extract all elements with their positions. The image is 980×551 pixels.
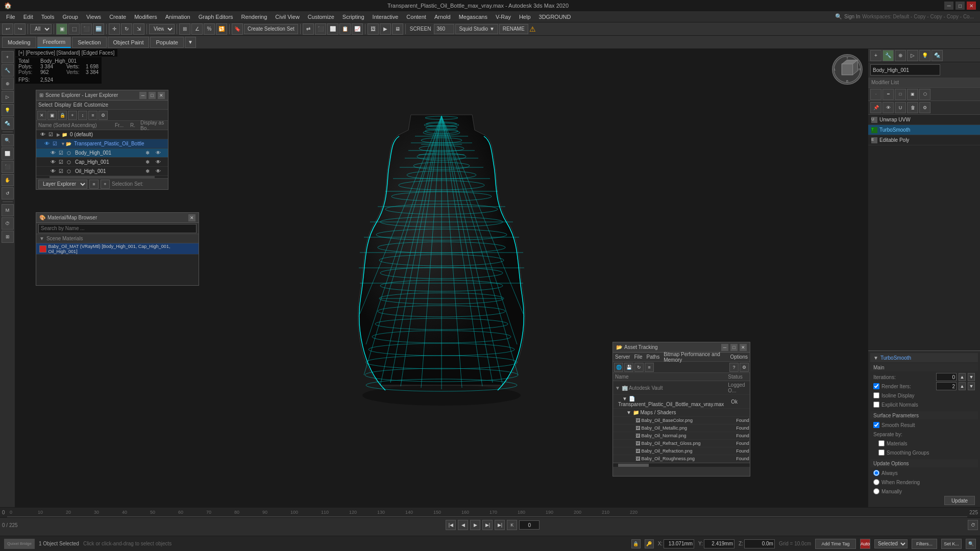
tree-row-default[interactable]: 👁 ☑ ▶ 📁 0 (default) (36, 130, 168, 139)
asset-row-maps[interactable]: ▼ 📁 Maps / Shaders (613, 409, 750, 417)
at-local-btn[interactable]: 💾 (624, 363, 633, 372)
zoom-button[interactable]: 🔍 (2, 134, 14, 146)
timeline-track[interactable]: 0 0 10 20 30 40 50 60 70 80 90 100 110 1… (0, 508, 980, 518)
next-frame-button[interactable]: ▶| (482, 520, 493, 530)
mat-item-baby-oil[interactable]: Baby_Oil_MAT (VRayMtl) [Body_High_001, C… (36, 243, 199, 255)
menu-help[interactable]: Help (515, 13, 535, 21)
at-menu-bitmap[interactable]: Bitmap Performance and Memory (664, 352, 726, 363)
x-input[interactable] (664, 539, 694, 548)
motion-panel-btn[interactable]: ▷ (907, 50, 918, 61)
tab-more-button[interactable]: ▼ (185, 37, 196, 48)
se-select-btn[interactable]: ▣ (47, 111, 57, 120)
tree-row-oil[interactable]: 👁 ☑ ⬡ Oil_High_001 ❄ 👁 (36, 167, 168, 176)
se-options-btn[interactable]: ⚙ (99, 111, 108, 120)
expand-default[interactable]: ▶ (57, 132, 62, 137)
se-close-btn[interactable]: ✕ (37, 111, 46, 120)
asset-row-normal[interactable]: 🖼 Baby_Oil_Normal.png Found (613, 432, 750, 440)
render-frame-button[interactable]: 🖥 (392, 23, 403, 35)
sub-border-btn[interactable]: □ (895, 89, 906, 100)
se-menu-select[interactable]: Select (38, 102, 53, 108)
scene-explorer-maximize[interactable]: □ (149, 92, 156, 99)
auto-key-button[interactable]: Auto (860, 539, 870, 549)
studio-dropdown-button[interactable]: Squid Studio ▼ (455, 24, 498, 34)
menu-group[interactable]: Group (58, 13, 82, 21)
se-lock-btn[interactable]: 🔒 (58, 111, 67, 120)
ts-smooth-checkbox[interactable] (873, 422, 879, 428)
selected-dropdown[interactable]: Selected (874, 539, 908, 548)
ts-main-header[interactable]: Main (870, 363, 978, 371)
ts-isoline-checkbox[interactable] (873, 392, 879, 398)
z-input[interactable] (744, 539, 775, 548)
time-cfg-button[interactable]: ⏱ (2, 217, 14, 230)
selection-filter-dropdown[interactable]: All (30, 24, 52, 34)
pan-button[interactable]: ✋ (2, 174, 14, 186)
layer-mgr-button[interactable]: 📋 (339, 23, 351, 35)
se-menu-display[interactable]: Display (55, 102, 71, 108)
asset-row-maxfile[interactable]: ▼ 📄 Transparent_Plastic_Oil_Bottle_max_v… (613, 395, 750, 409)
at-menu-file[interactable]: File (634, 354, 642, 360)
close-button[interactable]: ✕ (967, 2, 976, 10)
zoom-extents-button[interactable]: ⬜ (2, 147, 14, 160)
sub-poly-btn[interactable]: ▣ (907, 89, 918, 100)
at-minimize[interactable]: ─ (721, 344, 728, 351)
asset-row-refraction[interactable]: 🖼 Baby_Oil_Refraction.png Found (613, 447, 750, 455)
tree-row-cap[interactable]: 👁 ☑ ⬡ Cap_High_001 ❄ 👁 (36, 158, 168, 167)
show-result-btn[interactable]: 👁 (883, 102, 894, 113)
menu-vray[interactable]: V-Ray (492, 13, 515, 21)
menu-civil-view[interactable]: Civil View (271, 13, 303, 21)
tree-row-body[interactable]: 👁 ☑ ⬡ Body_High_001 ❄ 👁 (36, 148, 168, 158)
mirror-button[interactable]: ⇄ (303, 23, 314, 35)
mod-unwrap-uvw[interactable]: U Unwrap UVW (868, 115, 980, 125)
sub-vertex-btn[interactable]: · (870, 89, 881, 100)
go-end-button[interactable]: ▶| (495, 520, 505, 530)
menu-graph-editors[interactable]: Graph Editors (194, 13, 237, 21)
minimize-button[interactable]: ─ (944, 2, 953, 10)
motion-panel-button[interactable]: ▷ (2, 91, 14, 103)
mod-editable-poly[interactable]: E Editable Poly (868, 135, 980, 145)
se-sort-btn[interactable]: ↕ (78, 111, 87, 120)
util-panel-btn[interactable]: 🔩 (932, 50, 943, 61)
ts-render-up[interactable]: ▲ (959, 382, 966, 390)
key-mode-button[interactable]: K (507, 520, 517, 530)
mat-browser-close[interactable]: ✕ (188, 214, 195, 221)
percent-snap-button[interactable]: % (204, 23, 215, 35)
sub-edge-btn[interactable]: ━ (883, 89, 894, 100)
edit-named-sel-button[interactable]: 🔖 (232, 23, 243, 35)
ts-explicit-checkbox[interactable] (873, 402, 879, 408)
window-crossing-button[interactable]: ⬛ (81, 23, 92, 35)
asset-row-basecolor[interactable]: 🖼 Baby_Oil_BaseColor.png Found (613, 417, 750, 424)
expand-bottle[interactable]: ▼ (61, 141, 66, 146)
menu-interactive[interactable]: Interactive (369, 13, 403, 21)
menu-views[interactable]: Views (82, 13, 105, 21)
ts-always-radio[interactable] (873, 470, 879, 476)
time-config-button[interactable]: ⏱ (968, 520, 978, 530)
menu-customize[interactable]: Customize (304, 13, 338, 21)
menu-content[interactable]: Content (402, 13, 430, 21)
asset-row-vault[interactable]: ▼ 🏢 Autodesk Vault Logged O... (613, 381, 750, 395)
display-panel-button[interactable]: 💡 (2, 104, 14, 116)
se-menu-edit[interactable]: Edit (74, 102, 82, 108)
menu-create[interactable]: Create (105, 13, 130, 21)
render-setup-button[interactable]: 🖼 (368, 23, 379, 35)
se-filter-btn[interactable]: ≡ (88, 111, 97, 120)
remove-modifier-btn[interactable]: 🗑 (907, 102, 918, 113)
create-panel-btn[interactable]: + (870, 50, 881, 61)
make-unique-btn[interactable]: U (895, 102, 906, 113)
at-filter-btn[interactable]: ≡ (645, 363, 654, 372)
ts-iter-down[interactable]: ▼ (968, 373, 975, 381)
modify-panel-button[interactable]: 🔧 (2, 64, 14, 77)
asset-row-metallic[interactable]: 🖼 Baby_Oil_Metallic.png Found (613, 424, 750, 432)
ts-when-rendering-radio[interactable] (873, 479, 879, 485)
at-menu-server[interactable]: Server (615, 354, 630, 360)
tab-selection[interactable]: Selection (72, 37, 106, 48)
at-config-btn[interactable]: ⚙ (740, 363, 749, 372)
angle-snap-button[interactable]: ∠ (191, 23, 203, 35)
quick-render-button[interactable]: ▶ (380, 23, 391, 35)
asset-row-refract-gloss[interactable]: 🖼 Baby_Oil_Refract_Gloss.png Found (613, 440, 750, 447)
menu-rendering[interactable]: Rendering (237, 13, 272, 21)
hierarchy-panel-button[interactable]: ⊕ (2, 78, 14, 90)
reference-coord-dropdown[interactable]: View (149, 24, 175, 34)
se-footer-btn2[interactable]: + (101, 180, 110, 189)
tab-populate[interactable]: Populate (150, 37, 183, 48)
search-tracks-button[interactable]: 🔍 (966, 539, 976, 549)
